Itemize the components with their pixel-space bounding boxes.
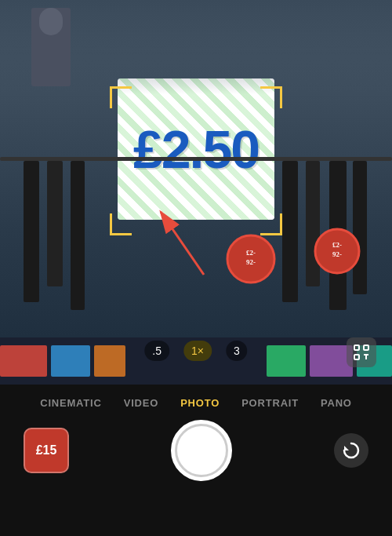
shutter-inner [175,424,228,477]
thumbnail-price-text: £15 [36,443,57,458]
svg-rect-11 [0,345,47,377]
svg-rect-3 [24,161,39,302]
mode-photo[interactable]: PHOTO [180,397,220,409]
zoom-0.5-button[interactable]: .5 [144,341,169,361]
svg-text:92-: 92- [246,258,256,266]
svg-rect-9 [353,161,367,294]
red-arrow [141,188,235,283]
svg-text:£2-: £2- [332,241,342,249]
svg-rect-26 [364,345,368,350]
photo-thumbnail[interactable]: £15 [24,428,69,473]
svg-rect-6 [282,161,298,302]
mode-video[interactable]: VIDEO [124,397,158,409]
svg-rect-13 [94,345,125,377]
svg-rect-5 [71,161,85,310]
shutter-button[interactable] [171,420,232,481]
svg-rect-12 [51,345,90,377]
svg-rect-14 [267,345,306,377]
svg-rect-4 [47,161,63,286]
rotate-camera-button[interactable] [334,433,368,468]
scan-button[interactable] [347,337,376,367]
svg-marker-30 [344,446,349,450]
mode-selector: CINEMATIC VIDEO PHOTO PORTRAIT PANO [0,385,392,420]
svg-line-24 [161,212,204,275]
svg-rect-7 [306,161,320,286]
mode-pano[interactable]: PANO [321,397,352,409]
mode-cinematic[interactable]: CINEMATIC [40,397,101,409]
svg-text:£2-: £2- [246,249,256,257]
bottom-bar: CINEMATIC VIDEO PHOTO PORTRAIT PANO £15 [0,385,392,536]
rotate-icon [341,440,361,461]
svg-rect-1 [39,8,63,35]
svg-rect-27 [354,355,359,359]
svg-text:92-: 92- [332,250,342,258]
shutter-row: £15 [0,420,392,481]
svg-rect-2 [0,157,392,161]
svg-rect-25 [354,345,359,350]
scan-icon [352,343,371,362]
mode-portrait[interactable]: PORTRAIT [241,397,299,409]
zoom-1x-button[interactable]: 1× [183,341,212,361]
zoom-3x-button[interactable]: 3 [226,341,248,361]
camera-viewfinder[interactable]: £2- 92- £2- 92- £2.50 .5 1× 3 [0,0,392,385]
zoom-controls: .5 1× 3 [144,341,247,361]
